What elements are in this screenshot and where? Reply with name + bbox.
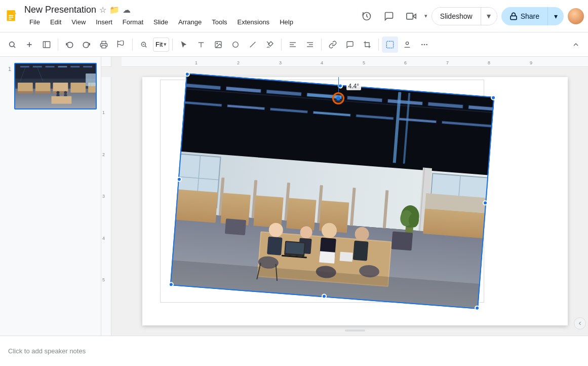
svg-rect-15 (102, 45, 106, 48)
menu-bar: File Edit View Insert Format Slide Arran… (24, 16, 358, 28)
svg-rect-128 (267, 237, 283, 255)
comment-btn[interactable] (342, 36, 358, 53)
menu-help[interactable]: Help (275, 16, 298, 28)
image-tool-btn[interactable] (210, 36, 226, 53)
svg-rect-40 (20, 66, 29, 67)
comments-btn[interactable] (380, 7, 398, 25)
menu-edit[interactable]: Edit (45, 16, 66, 28)
svg-point-23 (217, 43, 218, 44)
svg-line-10 (14, 46, 15, 48)
svg-rect-123 (423, 208, 485, 238)
paint-format-btn[interactable] (113, 36, 129, 53)
ruler-horizontal: 1 2 3 4 5 6 7 8 9 (122, 57, 588, 67)
document-title[interactable]: New Presentation (24, 5, 96, 15)
divider-2 (132, 39, 133, 51)
shape-tool-btn[interactable] (227, 36, 244, 53)
menu-format[interactable]: Format (117, 16, 148, 28)
add-btn[interactable] (21, 36, 37, 53)
align-left-btn[interactable] (285, 36, 301, 53)
svg-line-25 (250, 42, 256, 47)
svg-point-57 (56, 91, 59, 94)
divider-3 (172, 39, 173, 51)
slide-1-wrapper: 1 (4, 63, 97, 109)
collapse-btn[interactable] (568, 36, 584, 53)
svg-point-36 (424, 44, 425, 45)
meet-btn[interactable] (402, 7, 420, 25)
folder-icon[interactable]: 📁 (109, 5, 120, 15)
more-options-btn[interactable] (416, 36, 433, 53)
undo-btn[interactable] (61, 36, 77, 53)
share-button[interactable]: Share ▾ (501, 7, 564, 25)
rotated-image-container[interactable] (170, 73, 494, 309)
paint-btn[interactable] (262, 36, 278, 53)
svg-rect-4 (9, 18, 12, 19)
star-icon[interactable]: ☆ (99, 5, 106, 15)
divider-4 (281, 39, 282, 51)
main-area: 1 (0, 57, 588, 336)
svg-rect-136 (285, 242, 304, 254)
accessibility-toggle[interactable] (574, 317, 586, 330)
menu-file[interactable]: File (24, 16, 45, 28)
menu-insert[interactable]: Insert (91, 16, 117, 28)
crop-btn[interactable] (359, 36, 375, 53)
line-tool-btn[interactable] (245, 36, 261, 53)
link-btn[interactable] (325, 36, 341, 53)
menu-view[interactable]: View (66, 16, 91, 28)
share-main-btn[interactable]: Share (501, 7, 547, 25)
slide-edit-area[interactable]: 4.4° (122, 67, 588, 336)
svg-rect-121 (286, 198, 316, 230)
svg-rect-2 (9, 15, 13, 16)
svg-rect-139 (339, 252, 352, 262)
slideshow-dropdown-btn[interactable]: ▾ (481, 8, 497, 25)
top-bar: New Presentation ☆ 📁 ☁ File Edit View In… (0, 0, 588, 32)
svg-rect-42 (46, 66, 55, 67)
zoom-select[interactable]: Fit ▾ (153, 38, 169, 52)
svg-rect-7 (407, 13, 413, 19)
cursor-tool-btn[interactable] (176, 36, 192, 53)
selection-mode-btn[interactable] (382, 36, 398, 53)
divider-5 (321, 39, 322, 51)
svg-rect-32 (387, 41, 394, 48)
menu-slide[interactable]: Slide (148, 16, 173, 28)
svg-rect-138 (319, 251, 335, 263)
share-dropdown-btn[interactable]: ▾ (547, 7, 564, 25)
slides-panel: 1 (0, 57, 101, 336)
text-tool-btn[interactable] (193, 36, 209, 53)
svg-rect-52 (70, 83, 86, 93)
notes-bar[interactable]: Click to add speaker notes (0, 336, 588, 366)
slideshow-main-btn[interactable]: Slideshow (432, 8, 481, 25)
slide-number-1: 1 (4, 63, 11, 72)
user-avatar[interactable] (568, 8, 584, 24)
svg-rect-3 (9, 17, 13, 18)
print-btn[interactable] (96, 36, 112, 53)
slide-canvas: 4.4° (142, 77, 568, 325)
scroll-indicator (345, 330, 365, 332)
svg-rect-44 (70, 66, 80, 67)
svg-point-33 (406, 42, 409, 44)
svg-rect-132 (352, 241, 368, 261)
canvas-area: 1 2 3 4 5 6 7 8 9 1 2 3 4 5 (101, 57, 588, 336)
divider-1 (58, 39, 58, 51)
accessibility-alt-btn[interactable] (399, 36, 415, 53)
svg-rect-151 (391, 231, 413, 250)
menu-tools[interactable]: Tools (207, 16, 232, 28)
menu-extensions[interactable]: Extensions (232, 16, 275, 28)
slideshow-button[interactable]: Slideshow ▾ (432, 7, 497, 25)
svg-rect-61 (52, 96, 72, 104)
version-history-btn[interactable] (358, 7, 376, 25)
notes-placeholder[interactable]: Click to add speaker notes (8, 347, 86, 355)
svg-rect-150 (224, 218, 246, 235)
app-logo[interactable] (4, 8, 20, 24)
textbox-btn[interactable] (38, 36, 55, 53)
cloud-icon[interactable]: ☁ (123, 5, 131, 15)
svg-marker-6 (413, 14, 416, 18)
office-image-svg (170, 73, 494, 309)
redo-btn[interactable] (79, 36, 95, 53)
svg-point-35 (421, 44, 423, 45)
search-btn[interactable] (4, 36, 20, 53)
slide-thumb-1[interactable] (14, 63, 97, 109)
zoom-minus-btn[interactable] (136, 36, 152, 53)
align-right-btn[interactable] (302, 36, 318, 53)
menu-arrange[interactable]: Arrange (173, 16, 207, 28)
svg-rect-43 (58, 66, 67, 67)
